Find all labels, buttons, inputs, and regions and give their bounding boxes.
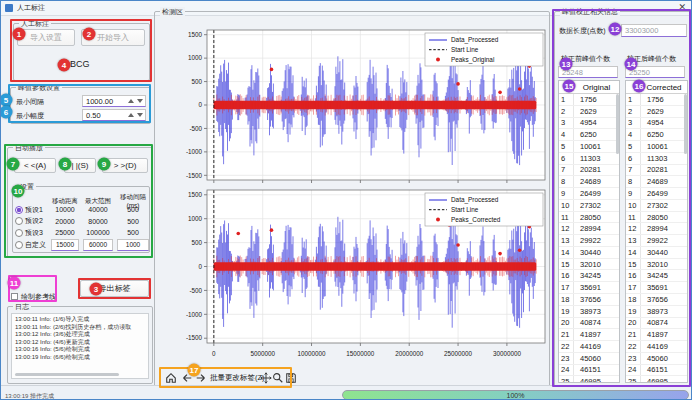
spin-up-icon[interactable] (128, 99, 134, 103)
radio-button[interactable] (15, 229, 23, 237)
peak-value: 24689 (641, 177, 687, 186)
table-row[interactable]: 1128050 (559, 212, 619, 224)
min-amp-spinner[interactable] (128, 110, 143, 120)
table-row[interactable]: 1228994 (559, 223, 619, 235)
table-row[interactable]: 2546995 (626, 376, 687, 383)
table-row[interactable]: 926499 (559, 188, 619, 200)
table-row[interactable]: 510061 (559, 141, 619, 153)
data-length-field[interactable]: 33003000 (621, 24, 687, 37)
table-row[interactable]: 2141897 (626, 329, 687, 341)
custom-value-input[interactable]: 60000 (83, 239, 113, 251)
table-row[interactable]: 11756 (559, 94, 619, 106)
table-row[interactable]: 1128050 (626, 212, 687, 224)
table-row[interactable]: 1329922 (559, 235, 619, 247)
min-amp-input[interactable]: 0.50 (82, 109, 146, 121)
table-row[interactable]: 824689 (626, 176, 687, 188)
table-row[interactable]: 1027302 (559, 200, 619, 212)
log-hscrollbar[interactable] (15, 373, 119, 376)
radio-button[interactable] (15, 217, 23, 225)
table-row[interactable]: 11756 (626, 94, 687, 106)
svg-text:1000: 1000 (188, 54, 203, 61)
table-row[interactable]: 2244169 (559, 341, 619, 353)
table-row[interactable]: 1027302 (626, 200, 687, 212)
table-row[interactable]: 510061 (626, 141, 687, 153)
table-row[interactable]: 611303 (626, 153, 687, 165)
table-row[interactable]: 1228994 (626, 223, 687, 235)
table-row[interactable]: 46250 (559, 129, 619, 141)
table-row[interactable]: 2345060 (559, 353, 619, 365)
table-row[interactable]: 2040874 (626, 318, 687, 330)
table-row[interactable]: 1634245 (626, 270, 687, 282)
home-icon[interactable] (164, 371, 177, 384)
batch-change-labels-button[interactable]: 批量更改标签(Z) (210, 373, 265, 383)
annotation-circle-12: 12 (609, 23, 622, 36)
table-row[interactable]: 611303 (559, 153, 619, 165)
table-row[interactable]: 2244169 (626, 341, 687, 353)
peak-value: 4954 (574, 118, 619, 127)
preset-label[interactable]: 预设1 (15, 205, 49, 215)
corrected-peaks-table[interactable]: Corrected 117562262934954462505100616113… (625, 80, 688, 383)
table-row[interactable]: 2446151 (559, 365, 619, 377)
table-row[interactable]: 2446151 (626, 365, 687, 377)
spin-down-icon[interactable] (137, 113, 143, 117)
table-row[interactable]: 2546995 (559, 376, 619, 383)
zoom-icon[interactable] (271, 371, 284, 384)
spin-up-icon[interactable] (128, 113, 134, 117)
row-index: 3 (626, 118, 641, 129)
table-row[interactable]: 2141897 (559, 329, 619, 341)
table-row[interactable]: 22629 (559, 106, 619, 118)
custom-value-input[interactable]: 1000 (117, 239, 149, 251)
table-row[interactable]: 1329922 (626, 235, 687, 247)
play-back-button[interactable]: < <(A) (14, 158, 56, 173)
autoplay-title: 自动播放 (13, 143, 45, 152)
preset-row-3[interactable]: 预设325000100000500 (15, 227, 147, 238)
plots-canvas[interactable]: 150010005000-500-1000-1500Data_Processed… (155, 12, 547, 364)
radio-button[interactable] (15, 241, 23, 249)
min-interval-input[interactable]: 1000.00 (82, 95, 146, 107)
table-row[interactable]: 1837656 (559, 294, 619, 306)
radio-button[interactable] (15, 206, 23, 214)
table-row[interactable]: 46250 (626, 129, 687, 141)
table-row[interactable]: 2040874 (559, 318, 619, 330)
log-box[interactable]: 13:00:11 Info: (1/6)导入完成13:00:11 Info: (… (11, 313, 149, 379)
import-settings-button[interactable]: 导入设置 (17, 29, 75, 46)
preset-label[interactable]: 预设2 (15, 216, 49, 226)
spin-down-icon[interactable] (137, 99, 143, 103)
table-row[interactable]: 1634245 (559, 270, 619, 282)
save-icon[interactable] (284, 371, 297, 384)
table-row[interactable]: 720281 (559, 165, 619, 177)
table-row[interactable]: 1430440 (559, 247, 619, 259)
custom-value-input[interactable]: 15000 (51, 239, 79, 251)
min-amp-value: 0.50 (86, 111, 101, 120)
table-row[interactable]: 926499 (626, 188, 687, 200)
preset-row-1[interactable]: 预设11000040000500 (15, 204, 147, 215)
table-row[interactable]: 1735691 (626, 282, 687, 294)
original-table-scrollbar[interactable] (616, 94, 619, 154)
preset-row-2[interactable]: 预设22000080000500 (15, 216, 147, 227)
preset-row-4[interactable]: 自定义15000600001000 (15, 239, 147, 250)
table-row[interactable]: 1532010 (559, 259, 619, 271)
preset-label[interactable]: 预设3 (15, 228, 49, 238)
table-row[interactable]: 824689 (559, 176, 619, 188)
table-row[interactable]: 1430440 (626, 247, 687, 259)
table-row[interactable]: 1837656 (626, 294, 687, 306)
table-row[interactable]: 2345060 (626, 353, 687, 365)
table-row[interactable]: 34954 (626, 118, 687, 130)
min-interval-spinner[interactable] (128, 96, 143, 106)
table-row[interactable]: 1532010 (626, 259, 687, 271)
table-row[interactable]: 34954 (559, 118, 619, 130)
peak-value: 28994 (574, 224, 619, 233)
table-row[interactable]: 1938973 (559, 306, 619, 318)
corrected-table-scrollbar[interactable] (684, 94, 687, 154)
table-row[interactable]: 22629 (626, 106, 687, 118)
svg-text:25000000: 25000000 (444, 350, 473, 357)
row-index: 16 (559, 270, 574, 281)
preset-label[interactable]: 自定义 (15, 240, 49, 250)
table-row[interactable]: 1938973 (626, 306, 687, 318)
svg-text:1000: 1000 (188, 215, 203, 222)
original-peaks-table[interactable]: Original 1175622629349544625051006161130… (558, 80, 620, 383)
reference-line-checkbox[interactable] (11, 293, 18, 300)
table-row[interactable]: 720281 (626, 165, 687, 177)
settings-header-row: 移动距离 最大范围 移动间隔(ms) (15, 193, 147, 204)
table-row[interactable]: 1735691 (559, 282, 619, 294)
